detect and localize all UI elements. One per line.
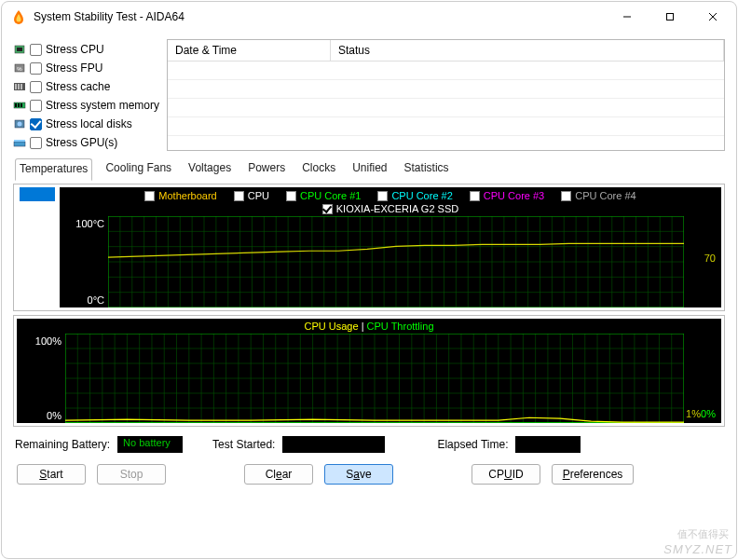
event-log-rows (168, 61, 724, 138)
usage-ymin-label: 0% (47, 410, 62, 421)
tab-statistics[interactable]: Statistics (401, 158, 453, 180)
legend-label-device: KIOXIA-EXCERIA G2 SSD (336, 203, 458, 214)
start-button[interactable]: Start (17, 464, 86, 485)
fpu-icon: % (13, 61, 26, 75)
stress-label: Stress FPU (46, 61, 102, 75)
tab-cooling-fans[interactable]: Cooling Fans (102, 158, 175, 180)
legend-label: CPU Core #3 (484, 190, 544, 201)
svg-rect-18 (14, 142, 25, 146)
legend-label: CPU Core #4 (575, 190, 636, 201)
tab-voltages[interactable]: Voltages (184, 158, 235, 180)
stress-option-cache[interactable]: Stress cache (13, 78, 159, 95)
titlebar: System Stability Test - AIDA64 (2, 2, 736, 32)
cache-icon (13, 80, 26, 93)
legend-item[interactable]: CPU Core #1 (286, 190, 361, 201)
temperature-graph: MotherboardCPUCPU Core #1CPU Core #2CPU … (60, 187, 721, 307)
stress-label: Stress local disks (46, 117, 132, 130)
stress-option-disk[interactable]: Stress local disks (13, 116, 159, 132)
elapsed-label: Elapsed Time: (437, 438, 508, 451)
button-bar: Start Stop Clear Save CPUID Preferences (13, 458, 725, 490)
legend-item[interactable]: CPU Core #2 (377, 190, 452, 201)
svg-point-17 (18, 122, 22, 127)
svg-rect-1 (667, 14, 674, 20)
clear-button[interactable]: Clear (244, 464, 313, 485)
usage-right-value: 1% (686, 408, 701, 419)
col-header-status[interactable]: Status (331, 40, 724, 61)
legend-item[interactable]: Motherboard (144, 190, 216, 201)
legend-checkbox[interactable] (144, 191, 155, 201)
stress-label: Stress cache (46, 80, 110, 93)
preferences-button[interactable]: Preferences (552, 464, 634, 485)
svg-rect-14 (18, 103, 20, 107)
legend-checkbox[interactable] (377, 191, 388, 201)
maximize-button[interactable] (649, 3, 691, 31)
legend-label: CPU Core #2 (391, 190, 452, 201)
legend-checkbox-device[interactable] (322, 204, 333, 214)
tab-temperatures[interactable]: Temperatures (15, 158, 92, 181)
temp-right-value: 70 (704, 253, 716, 264)
sensor-select-strip[interactable] (20, 187, 55, 201)
legend-checkbox[interactable] (561, 191, 571, 201)
legend-label: CPU Core #1 (300, 190, 361, 201)
stress-options: Stress CPU%Stress FPUStress cacheStress … (13, 39, 159, 151)
svg-rect-15 (20, 103, 22, 107)
stress-checkbox[interactable] (30, 44, 42, 56)
usage-ymax-label: 100% (35, 335, 62, 347)
svg-rect-10 (18, 84, 20, 89)
legend-checkbox[interactable] (286, 191, 296, 201)
svg-rect-13 (15, 103, 17, 107)
save-button[interactable]: Save (324, 464, 393, 485)
app-window: System Stability Test - AIDA64 Stress CP… (1, 1, 737, 559)
tab-unified[interactable]: Unified (348, 158, 390, 180)
legend-label: CPU (248, 190, 269, 201)
cpuid-button[interactable]: CPUID (472, 464, 540, 485)
tabs: TemperaturesCooling FansVoltagesPowersCl… (13, 155, 725, 180)
stress-checkbox[interactable] (30, 137, 42, 149)
legend-item-device[interactable]: KIOXIA-EXCERIA G2 SSD (322, 203, 458, 214)
stress-option-gpu[interactable]: Stress GPU(s) (13, 134, 159, 151)
legend-checkbox[interactable] (470, 191, 480, 201)
legend-item[interactable]: CPU Core #3 (470, 190, 544, 201)
svg-rect-5 (17, 48, 22, 51)
minimize-button[interactable] (606, 3, 649, 31)
stress-option-cpu[interactable]: Stress CPU (13, 41, 159, 58)
status-row: Remaining Battery: No battery Test Start… (13, 430, 725, 455)
stress-label: Stress system memory (46, 99, 159, 112)
stress-checkbox[interactable] (30, 81, 42, 93)
temp-ymin-label: 0°C (88, 294, 104, 306)
tab-powers[interactable]: Powers (244, 158, 289, 180)
legend-label: Motherboard (158, 190, 216, 201)
svg-rect-19 (14, 140, 25, 142)
battery-label: Remaining Battery: (15, 438, 110, 451)
mem-icon (13, 99, 26, 112)
stress-checkbox[interactable] (30, 100, 42, 112)
cpu-usage-graph: CPU Usage | CPU Throttling 100% 0% 1% 0% (17, 319, 721, 423)
svg-rect-11 (20, 84, 22, 89)
svg-text:%: % (17, 66, 22, 72)
legend-item[interactable]: CPU (234, 190, 269, 201)
stress-option-fpu[interactable]: %Stress FPU (13, 60, 159, 76)
cpu-graph-title: CPU Usage | CPU Throttling (17, 319, 721, 334)
col-header-datetime[interactable]: Date & Time (168, 40, 331, 61)
stress-checkbox[interactable] (30, 118, 42, 130)
elapsed-value (515, 436, 581, 453)
window-title: System Stability Test - AIDA64 (34, 10, 606, 23)
client-area: Stress CPU%Stress FPUStress cacheStress … (2, 32, 736, 558)
disk-icon (13, 117, 26, 130)
temp-ymax-label: 100°C (75, 218, 104, 229)
stress-checkbox[interactable] (30, 62, 42, 75)
stop-button[interactable]: Stop (97, 464, 166, 485)
temperature-legend: MotherboardCPUCPU Core #1CPU Core #2CPU … (60, 187, 721, 203)
usage-chart-svg (65, 334, 684, 423)
stress-label: Stress GPU(s) (46, 136, 117, 149)
legend-item[interactable]: CPU Core #4 (561, 190, 636, 201)
legend-checkbox[interactable] (234, 191, 244, 201)
tab-clocks[interactable]: Clocks (298, 158, 339, 180)
stress-option-mem[interactable]: Stress system memory (13, 97, 159, 114)
throttle-right-value: 0% (701, 408, 716, 419)
close-button[interactable] (691, 3, 734, 31)
cpu-icon (13, 43, 26, 56)
gpu-icon (13, 136, 26, 149)
svg-rect-9 (15, 84, 17, 89)
test-started-label: Test Started: (212, 438, 275, 451)
